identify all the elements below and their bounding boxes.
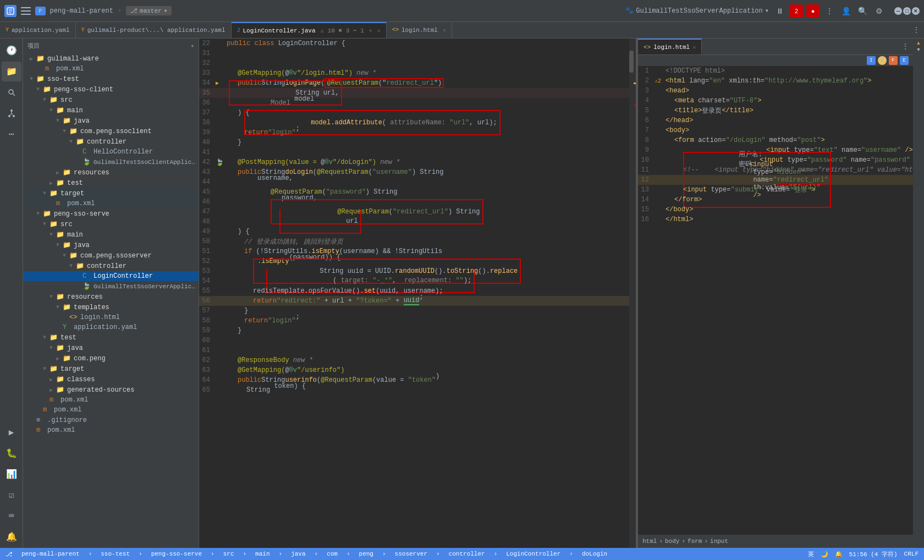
code-row-54: 54 ( target: "-_*", replacement: ""); xyxy=(199,276,629,286)
error-indicator xyxy=(634,105,636,106)
tree-item-classes[interactable]: ▶ 📁 classes xyxy=(23,374,199,385)
branch-badge[interactable]: ⎇ master ▾ xyxy=(126,6,172,15)
tree-item-gulimall-sso-server[interactable]: 🍃 GulimallTestSsoServerApplicat xyxy=(23,281,199,292)
right-code-row-3: 3 <head> xyxy=(638,86,913,96)
sidebar-icon-project[interactable]: 📁 xyxy=(2,62,21,81)
tree-item-pom-client[interactable]: m pom.xml xyxy=(23,199,199,208)
tree-item-java-test[interactable]: ▼ 📁 java xyxy=(23,343,199,353)
tree-item-gulimall-ware[interactable]: ▶ 📁 gulimall-ware xyxy=(23,53,199,64)
search-button[interactable]: 🔍 xyxy=(856,4,869,18)
tree-item-com-peng[interactable]: ▶ 📁 com.peng xyxy=(23,353,199,364)
profile-button[interactable]: 2 xyxy=(790,4,803,18)
tree-header-label: 项目 xyxy=(28,42,40,50)
sidebar-icon-vcs[interactable] xyxy=(2,103,21,123)
tree-item-src2[interactable]: ▼ 📁 src xyxy=(23,219,199,229)
left-scrollbar[interactable] xyxy=(629,39,636,548)
sidebar-icon-run[interactable]: ▶ xyxy=(2,422,21,442)
tab-close-3[interactable]: ▾ xyxy=(369,28,372,34)
tree-arrow: ▼ xyxy=(43,334,50,341)
gutter-42: 🍃 xyxy=(216,158,227,167)
tree-item-test1[interactable]: ▶ 📁 test xyxy=(23,178,199,188)
tree-arrow: ▼ xyxy=(50,107,56,113)
tree-item-peng-sso-client[interactable]: ▼ 📁 peng-sso-client xyxy=(23,84,199,95)
tree-item-controller2[interactable]: ▼ 📁 controller xyxy=(23,261,199,271)
hamburger-menu[interactable] xyxy=(21,7,31,15)
right-tab-active[interactable]: <> login.html ✕ xyxy=(638,39,702,54)
folder-icon: 📁 xyxy=(56,293,65,301)
tree-item-main2[interactable]: ▼ 📁 main xyxy=(23,229,199,240)
tab-x-4[interactable]: ✕ xyxy=(443,27,446,34)
tree-item-java2[interactable]: ▼ 📁 java xyxy=(23,240,199,250)
sidebar-icon-terminal[interactable]: ⌨ xyxy=(2,506,21,526)
tree-item-resources2[interactable]: ▼ 📁 resources xyxy=(23,292,199,302)
tab-label-4: login.html xyxy=(402,27,438,34)
status-project[interactable]: ⎇ xyxy=(6,551,13,558)
tab-application-yaml[interactable]: Y application.yaml xyxy=(0,22,76,38)
tree-item-com-peng-ssoclient[interactable]: ▼ 📁 com.peng.ssoclient xyxy=(23,126,199,136)
tree-label: classes xyxy=(67,376,196,383)
right-tab-close[interactable]: ✕ xyxy=(692,44,696,51)
tree-item-gulimall-sso-client[interactable]: 🍃 GulimallTestSsoClientApplicatio xyxy=(23,157,199,167)
code-row-40: 40 } xyxy=(199,138,629,147)
sidebar-icon-profile[interactable]: 📊 xyxy=(2,464,21,484)
tree-item-templates[interactable]: ▼ 📁 templates xyxy=(23,302,199,312)
sidebar-icon-recent[interactable]: 🕐 xyxy=(2,41,21,61)
settings-button[interactable]: ⚙ xyxy=(872,4,886,18)
run-button[interactable]: ⏸ xyxy=(773,4,787,18)
account-button[interactable]: 👤 xyxy=(839,4,853,18)
tree-item-main1[interactable]: ▼ 📁 main xyxy=(23,105,199,116)
tree-item-login-controller[interactable]: C LoginController xyxy=(23,271,199,281)
status-position: 51:56 (4 字符) xyxy=(849,550,898,558)
tab-x-3[interactable]: ✕ xyxy=(377,28,381,34)
tree-item-test2[interactable]: ▼ 📁 test xyxy=(23,332,199,343)
tree-item-app-yaml[interactable]: Y application.yaml xyxy=(23,322,199,332)
tab-login-controller[interactable]: J LoginController.java ⚠ 10 ✖ 3 ✂ 1 ▾ ✕ xyxy=(232,22,387,38)
tree-arrow: ▼ xyxy=(43,97,50,103)
sidebar-icon-more[interactable]: ⋯ xyxy=(2,124,21,144)
tree-item-login-html[interactable]: <> login.html xyxy=(23,312,199,322)
tree-item-generated-sources[interactable]: ▶ 📁 generated-sources xyxy=(23,385,199,395)
tree-label: sso-test xyxy=(47,75,196,83)
close-button[interactable]: ✕ xyxy=(912,7,920,15)
folder-icon: 📁 xyxy=(36,75,45,83)
status-sep10: › xyxy=(494,551,498,557)
sidebar-icon-find[interactable] xyxy=(2,83,21,102)
tree-item-peng-sso-serve[interactable]: ▼ 📁 peng-sso-serve xyxy=(23,208,199,219)
tree-item-resources1[interactable]: ▶ 📁 resources xyxy=(23,167,199,178)
more-button[interactable]: ⋮ xyxy=(823,4,836,18)
tab-gulimall-product-yaml[interactable]: Y gulimall-product\...\ application.yaml xyxy=(76,22,232,38)
maximize-button[interactable]: □ xyxy=(903,7,911,15)
tab-login-html[interactable]: <> login.html ✕ xyxy=(387,22,452,38)
tree-item-pom-sso[interactable]: m pom.xml xyxy=(23,405,199,415)
right-tab-more[interactable]: ⋮ xyxy=(898,39,913,54)
tree-item-target1[interactable]: ▼ 📁 target xyxy=(23,188,199,199)
sidebar-icon-todo[interactable]: ☑ xyxy=(2,485,21,505)
xml-icon: m xyxy=(45,65,54,73)
tree-item-gitignore[interactable]: ⊙ .gitignore xyxy=(23,415,199,425)
html-icon: <> xyxy=(69,314,78,321)
xml-icon: m xyxy=(56,200,65,207)
tree-item-com-peng-ssoserver[interactable]: ▼ 📁 com.peng.ssoserver xyxy=(23,250,199,261)
right-code-area[interactable]: I C F E 1 <!DOCTYPE html> xyxy=(638,55,913,535)
folder-icon: 📁 xyxy=(50,365,58,373)
sidebar-icon-debug[interactable]: 🐛 xyxy=(2,443,21,463)
tree-item-pom-root[interactable]: m pom.xml xyxy=(23,425,199,435)
left-code-area[interactable]: 22 public class LoginController { 31 xyxy=(199,39,629,548)
debug-button[interactable]: ● xyxy=(806,4,820,18)
file-tree: 项目 ▾ ▶ 📁 gulimall-ware m pom.xml ▼ 📁 sso… xyxy=(23,39,199,548)
tree-item-pom-ware[interactable]: m pom.xml xyxy=(23,64,199,74)
tree-arrow: ▼ xyxy=(43,221,50,227)
tree-item-src1[interactable]: ▼ 📁 src xyxy=(23,95,199,105)
tree-item-hello-controller[interactable]: C HelloController xyxy=(23,147,199,157)
tree-item-pom-serve[interactable]: m pom.xml xyxy=(23,395,199,405)
minimize-button[interactable]: ─ xyxy=(894,7,902,15)
tab-more-button[interactable]: ⋮ xyxy=(909,22,924,38)
tree-arrow: ▼ xyxy=(30,76,36,82)
tree-item-controller1[interactable]: ▼ 📁 controller xyxy=(23,136,199,147)
tree-item-java1[interactable]: ▼ 📁 java xyxy=(23,116,199,126)
tree-item-sso-test[interactable]: ▼ 📁 sso-test xyxy=(23,74,199,84)
sidebar-icon-notifications[interactable]: 🔔 xyxy=(2,527,21,547)
tree-item-target2[interactable]: ▼ 📁 target xyxy=(23,364,199,374)
status-lang[interactable]: 英 xyxy=(808,550,814,558)
status-java: java xyxy=(291,551,305,557)
